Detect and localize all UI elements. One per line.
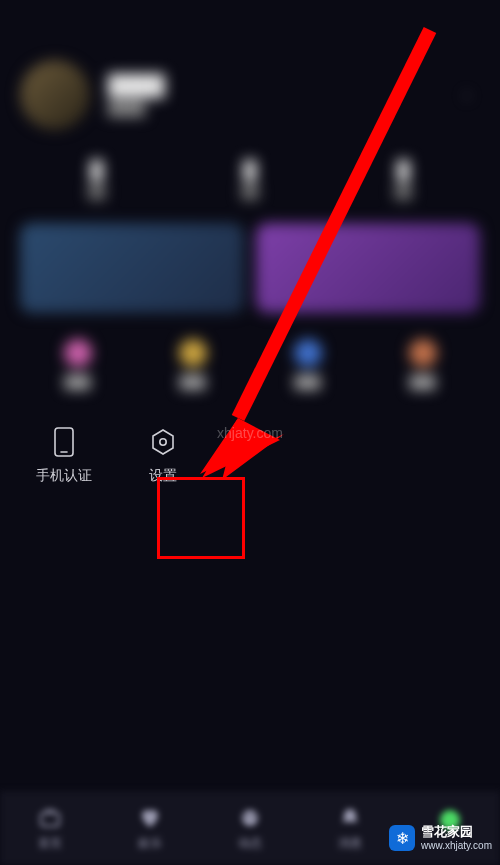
svg-point-9 [242, 810, 258, 826]
settings-button[interactable]: 设置 [148, 427, 178, 485]
promo-card[interactable] [256, 223, 480, 313]
stat-label: ██ [395, 185, 412, 199]
feature-item[interactable]: ███ [294, 339, 322, 389]
profile-name: ████ [108, 74, 165, 97]
feature-icon [294, 339, 322, 367]
feature-label: ███ [64, 375, 92, 389]
action-row: 手机认证 设置 [0, 409, 500, 525]
heart-icon [136, 804, 164, 832]
profile-text: ████ ████ [108, 74, 165, 116]
tv-icon [36, 804, 64, 832]
nav-home[interactable]: 首页 [0, 791, 100, 865]
svg-rect-8 [41, 813, 59, 826]
nav-dynamic[interactable]: 动态 [200, 791, 300, 865]
profile-screen: ████ ████ › █ ██ █ ██ █ ██ [0, 0, 500, 865]
sparkle-icon [236, 804, 264, 832]
blurred-content: ████ ████ › █ ██ █ ██ █ ██ [0, 0, 500, 409]
nav-label: 动态 [238, 835, 262, 852]
svg-point-3 [160, 439, 166, 445]
avatar[interactable] [20, 60, 90, 130]
stat-value: █ [241, 160, 258, 181]
stat-item[interactable]: █ ██ [395, 160, 412, 199]
nav-profile[interactable] [400, 791, 500, 865]
feature-item[interactable]: ███ [179, 339, 207, 389]
feature-label: ███ [294, 375, 322, 389]
svg-marker-2 [153, 430, 173, 454]
stat-label: ██ [241, 185, 258, 199]
nav-label [448, 837, 451, 851]
nav-label: 首页 [38, 835, 62, 852]
bell-icon [336, 804, 364, 832]
stat-item[interactable]: █ ██ [88, 160, 105, 199]
nav-label: 娱乐 [138, 835, 162, 852]
stat-row: █ ██ █ ██ █ ██ [20, 160, 480, 199]
settings-label: 设置 [149, 467, 177, 485]
profile-sub: ████ [108, 101, 165, 116]
profile-header[interactable]: ████ ████ › [20, 60, 480, 130]
nav-message[interactable]: 消息 [300, 791, 400, 865]
phone-icon [49, 427, 79, 457]
chevron-right-icon[interactable]: › [454, 82, 480, 108]
feature-label: ███ [179, 375, 207, 389]
bottom-nav: 首页 娱乐 动态 消息 [0, 791, 500, 865]
promo-card-row [20, 223, 480, 313]
feature-item[interactable]: ███ [64, 339, 92, 389]
feature-icon [409, 339, 437, 367]
phone-auth-button[interactable]: 手机认证 [36, 427, 92, 485]
svg-point-10 [245, 815, 248, 818]
stat-item[interactable]: █ ██ [241, 160, 258, 199]
nav-label: 消息 [338, 835, 362, 852]
stat-value: █ [395, 160, 412, 181]
feature-icon [64, 339, 92, 367]
feature-item[interactable]: ███ [409, 339, 437, 389]
phone-auth-label: 手机认证 [36, 467, 92, 485]
stat-label: ██ [88, 185, 105, 199]
feature-row: ███ ███ ███ ███ [20, 339, 480, 389]
gear-icon [148, 427, 178, 457]
stat-value: █ [88, 160, 105, 181]
nav-entertainment[interactable]: 娱乐 [100, 791, 200, 865]
feature-label: ███ [409, 375, 437, 389]
svg-point-12 [440, 810, 460, 830]
promo-card[interactable] [20, 223, 244, 313]
feature-icon [179, 339, 207, 367]
avatar-icon [436, 806, 464, 834]
svg-point-11 [253, 815, 256, 818]
